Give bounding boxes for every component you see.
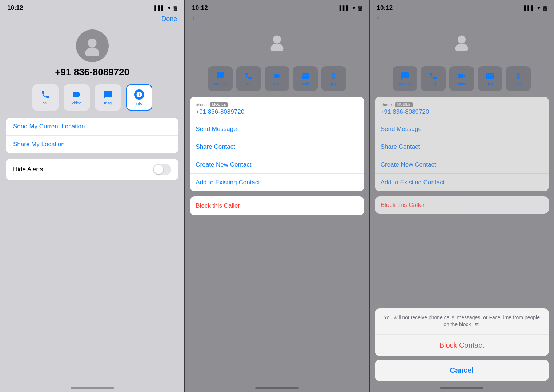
mail-button-2[interactable]: mail [293,66,318,91]
home-indicator-2 [255,387,299,389]
status-bar-3: 10:12 ▌▌▌ ▼ ▓ [370,0,554,14]
wifi-icon-3: ▼ [537,5,541,11]
panel-1: 10:12 ▌▌▌ ▼ ▓ Done +91 836-8089720 [0,0,184,392]
add-existing-item-3: Add to Existing Contact [375,174,549,191]
phone-label-2: phone [196,103,207,107]
person-icon-3 [453,33,471,51]
mail-label-3: mail [487,82,493,86]
info-icon [136,91,142,98]
send-location-item[interactable]: Send My Current Location [6,118,178,136]
panel-3: 10:12 ▌▌▌ ▼ ▓ ‹ message [369,0,554,392]
mail-icon-3 [486,72,494,80]
back-button-3[interactable]: ‹ [370,14,554,26]
hide-alerts-row: Hide Alerts [6,159,178,180]
svg-point-5 [455,44,468,52]
message-button-2[interactable]: message [208,66,233,91]
message-icon-3 [401,72,409,80]
signal-icon-2: ▌▌▌ [340,5,350,11]
battery-icon-2: ▓ [358,5,362,11]
mail-label-2: mail [302,82,309,86]
avatar-area-3 [370,26,554,61]
block-contact-button[interactable]: Block Contact [375,335,549,356]
message-icon-2 [216,72,225,80]
pay-button-2[interactable]: pay [321,66,346,91]
mail-icon-2 [301,72,310,80]
send-message-item-2[interactable]: Send Message [190,120,364,138]
avatar-2 [262,28,292,57]
info-label-1: info [136,101,142,105]
phone-label-3: phone [381,103,392,107]
pay-button-3[interactable]: pay [506,66,531,91]
message-icon [103,90,113,99]
create-contact-item-3: Create New Contact [375,156,549,174]
create-contact-item-2[interactable]: Create New Contact [190,156,364,174]
video-button-1[interactable]: video [64,84,90,111]
person-icon [82,36,102,56]
call-button-3[interactable]: call [421,66,446,91]
call-label-2: call [246,82,251,86]
video-icon-3 [457,72,466,80]
contact-phone-3: phone MOBILE +91 836-8089720 [375,97,549,120]
video-button-2[interactable]: video [265,66,289,91]
hide-alerts-toggle[interactable] [153,164,171,175]
share-location-item[interactable]: Share My Location [6,136,178,153]
avatar-3 [447,28,476,57]
action-buttons-row-2: message call video mail pay [185,66,369,91]
video-label-3: video [457,82,466,86]
status-icons-1: ▌▌▌ ▼ ▓ [154,5,177,11]
block-caller-item-3: Block this Caller [375,196,549,214]
back-button-2[interactable]: ‹ [185,14,369,26]
svg-point-2 [273,36,281,44]
action-buttons-row-1: call video msg info [0,84,184,111]
phone-badge-3: MOBILE [395,102,413,107]
avatar-area-1: +91 836-8089720 [0,26,184,84]
phone-badge-2: MOBILE [210,102,228,107]
signal-icon: ▌▌▌ [154,5,165,11]
toggle-knob [154,165,163,174]
pay-icon-2 [329,72,338,80]
action-sheet-message: You will not receive phone calls, messag… [375,308,549,335]
add-existing-item-2[interactable]: Add to Existing Contact [190,174,364,191]
header-1: Done [0,14,184,26]
cancel-button[interactable]: Cancel [375,360,549,381]
contact-phone-2: phone MOBILE +91 836-8089720 [190,97,364,120]
phone-icon-2 [244,72,253,80]
block-card-3-bg: Block this Caller [375,196,549,214]
phone-icon-3 [429,72,438,80]
phone-number-blue-2[interactable]: +91 836-8089720 [196,108,358,116]
contact-card-3: phone MOBILE +91 836-8089720 Send Messag… [375,97,549,191]
svg-point-4 [458,36,466,44]
phone-number-blue-3: +91 836-8089720 [381,108,543,116]
location-menu-1: Send My Current Location Share My Locati… [6,118,178,153]
battery-icon-3: ▓ [543,5,547,11]
action-sheet: You will not receive phone calls, messag… [375,308,549,381]
hide-alerts-label: Hide Alerts [13,166,43,173]
call-button-2[interactable]: call [236,66,261,91]
send-message-item-3: Send Message [375,120,549,138]
action-buttons-row-3: message call video mail pay [370,66,554,91]
contact-card-2: phone MOBILE +91 836-8089720 Send Messag… [190,97,364,191]
msg-button-1[interactable]: msg [95,84,121,111]
info-button-1[interactable]: info [126,84,152,111]
done-button[interactable]: Done [161,15,177,23]
status-bar-2: 10:12 ▌▌▌ ▼ ▓ [185,0,369,14]
svg-point-1 [85,47,99,56]
call-button-1[interactable]: call [32,84,59,111]
call-label-1: call [42,101,48,105]
avatar-area-2 [185,26,369,61]
message-button-3[interactable]: message [393,66,417,91]
msg-label-1: msg [104,101,112,105]
share-contact-item-2[interactable]: Share Contact [190,138,364,156]
message-label-3: message [398,82,413,86]
block-caller-item-2[interactable]: Block this Caller [190,196,364,215]
video-button-3[interactable]: video [449,66,474,91]
wifi-icon-2: ▼ [352,5,356,11]
status-icons-3: ▌▌▌ ▼ ▓ [524,5,547,11]
phone-icon [41,90,50,99]
status-time-3: 10:12 [377,4,393,12]
home-indicator-3 [440,387,483,389]
mail-button-3[interactable]: mail [478,66,502,91]
person-icon-2 [268,33,286,51]
phone-number-1: +91 836-8089720 [55,67,129,78]
message-label-2: message [213,82,228,86]
